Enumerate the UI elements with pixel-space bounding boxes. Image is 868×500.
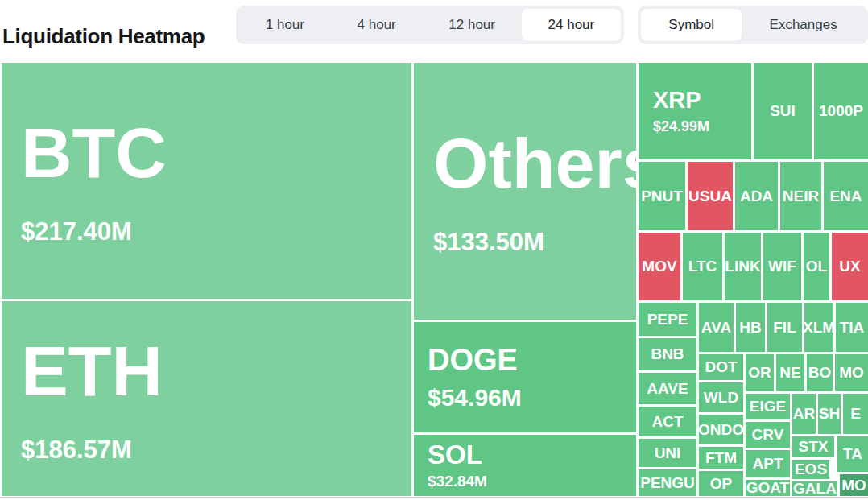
cell-symbol: DOT — [705, 359, 737, 375]
treemap-cell-or[interactable]: OR — [746, 354, 774, 391]
treemap-cell-eige[interactable]: EIGE — [746, 394, 790, 419]
treemap-cell-apt[interactable]: APT — [746, 450, 790, 477]
cell-symbol: NEIR — [783, 188, 819, 205]
cell-symbol: OR — [748, 365, 771, 381]
treemap-cell-link[interactable]: LINK — [725, 233, 761, 300]
tab-exchanges[interactable]: Exchanges — [742, 9, 865, 41]
treemap-cell-tia[interactable]: TIA — [836, 303, 868, 352]
treemap-cell-act[interactable]: ACT — [639, 407, 696, 436]
treemap-cell-ar[interactable]: AR — [792, 394, 816, 434]
tab-symbol[interactable]: Symbol — [641, 9, 742, 41]
cell-symbol: UNI — [655, 445, 681, 461]
cell-value: $32.84M — [428, 473, 487, 490]
treemap-cell-ltc[interactable]: LTC — [683, 233, 722, 300]
cell-symbol: ADA — [740, 188, 773, 205]
treemap-cell-e[interactable]: E — [843, 394, 868, 434]
tab-1-hour[interactable]: 1 hour — [239, 9, 331, 41]
treemap-cell-bnb[interactable]: BNB — [639, 338, 696, 370]
cell-value: $54.96M — [428, 385, 522, 411]
cell-symbol: TA — [843, 446, 862, 462]
tab-24-hour[interactable]: 24 hour — [522, 9, 621, 41]
treemap-cell-others[interactable]: Others$133.50M — [414, 63, 636, 320]
treemap-cell-mo[interactable]: MO — [840, 474, 868, 496]
cell-symbol: HB — [739, 320, 761, 336]
cell-symbol: LINK — [725, 258, 760, 275]
cell-symbol: NE — [779, 365, 800, 381]
treemap-cell-pnut[interactable]: PNUT — [639, 162, 685, 230]
treemap-cell-ol[interactable]: OL — [804, 233, 829, 300]
treemap-cell-ux[interactable]: UX — [832, 233, 868, 300]
tab-4-hour[interactable]: 4 hour — [331, 9, 423, 41]
treemap-cell-gala[interactable]: GALA — [792, 481, 837, 496]
cell-symbol: MOV — [642, 258, 676, 275]
bottom-divider — [0, 497, 868, 498]
treemap-cell-doge[interactable]: DOGE$54.96M — [414, 322, 636, 432]
cell-symbol: ONDO — [699, 422, 743, 438]
treemap-cell-neir[interactable]: NEIR — [780, 162, 821, 230]
time-tab-group: 1 hour4 hour12 hour24 hour — [236, 6, 624, 44]
cell-symbol: AR — [793, 406, 815, 422]
cell-symbol: BO — [808, 365, 832, 381]
cell-symbol: MO — [841, 477, 866, 494]
treemap-cell-aave[interactable]: AAVE — [639, 373, 696, 404]
cell-symbol: BNB — [651, 346, 684, 362]
cell-symbol: PEPE — [647, 312, 688, 328]
cell-value: $24.99M — [653, 119, 709, 134]
cell-symbol: MO — [839, 365, 864, 381]
treemap-cell-eth[interactable]: ETH$186.57M — [2, 301, 411, 496]
cell-symbol: SOL — [428, 441, 482, 469]
treemap-cell-eos[interactable]: EOS — [792, 460, 829, 479]
treemap-cell-btc[interactable]: BTC$217.40M — [2, 63, 411, 299]
treemap-cell-xrp[interactable]: XRP$24.99M — [639, 63, 751, 159]
cell-symbol: TIA — [840, 320, 865, 336]
treemap-cell-pengu[interactable]: PENGU — [639, 469, 696, 496]
treemap-cell-ena[interactable]: ENA — [824, 162, 868, 230]
cell-symbol: EIGE — [750, 399, 786, 415]
cell-symbol: LTC — [688, 258, 717, 275]
cell-symbol: Others — [433, 126, 636, 200]
treemap-cell-mo[interactable]: MO — [835, 354, 868, 391]
treemap-cell-ftm[interactable]: FTM — [699, 447, 743, 469]
treemap-cell-dot[interactable]: DOT — [699, 354, 743, 380]
cell-value: $217.40M — [21, 219, 132, 246]
cell-value: $133.50M — [433, 229, 544, 256]
cell-symbol: ETH — [21, 334, 163, 408]
treemap-cell-wif[interactable]: WIF — [763, 233, 801, 300]
treemap-cell-uni[interactable]: UNI — [639, 439, 696, 467]
cell-symbol: CRV — [752, 427, 784, 443]
cell-symbol: OL — [806, 258, 827, 275]
treemap-cell-ta[interactable]: TA — [837, 436, 868, 472]
treemap-cell-xlm[interactable]: XLM — [804, 303, 833, 352]
treemap-cell-hb[interactable]: HB — [736, 303, 765, 352]
cell-symbol: DOGE — [428, 345, 518, 377]
cell-symbol: FTM — [705, 450, 737, 466]
treemap-cell-op[interactable]: OP — [699, 471, 743, 496]
treemap-cell-usua[interactable]: USUA — [688, 162, 733, 230]
treemap-cell-1000p[interactable]: 1000P — [814, 63, 868, 159]
treemap-cell-mov[interactable]: MOV — [639, 233, 680, 300]
treemap-cell-goat[interactable]: GOAT — [746, 480, 790, 496]
treemap-cell-sui[interactable]: SUI — [754, 63, 812, 159]
treemap-cell-bo[interactable]: BO — [807, 354, 833, 391]
treemap-cell-stx[interactable]: STX — [792, 436, 834, 457]
treemap-cell-ne[interactable]: NE — [776, 354, 804, 391]
treemap-cell-ada[interactable]: ADA — [735, 162, 778, 230]
tab-12-hour[interactable]: 12 hour — [423, 9, 522, 41]
cell-symbol: BTC — [21, 116, 167, 190]
treemap-cell-sh[interactable]: SH — [818, 394, 841, 434]
cell-symbol: ACT — [651, 414, 683, 430]
treemap-cell-ava[interactable]: AVA — [699, 303, 734, 352]
cell-symbol: GOAT — [746, 480, 789, 496]
treemap-cell-fil[interactable]: FIL — [767, 303, 802, 352]
cell-symbol: SH — [819, 406, 840, 422]
treemap-cell-crv[interactable]: CRV — [746, 422, 790, 448]
cell-symbol: STX — [799, 439, 829, 455]
treemap-cell-pepe[interactable]: PEPE — [639, 303, 696, 336]
treemap-cell-wld[interactable]: WLD — [699, 382, 743, 412]
treemap-cell-sol[interactable]: SOL$32.84M — [414, 435, 636, 496]
cell-symbol: AVA — [701, 320, 731, 336]
cell-symbol: AAVE — [647, 381, 688, 397]
treemap-cell-ondo[interactable]: ONDO — [699, 415, 743, 444]
cell-value: $186.57M — [21, 437, 132, 464]
cell-symbol: WIF — [768, 258, 796, 275]
